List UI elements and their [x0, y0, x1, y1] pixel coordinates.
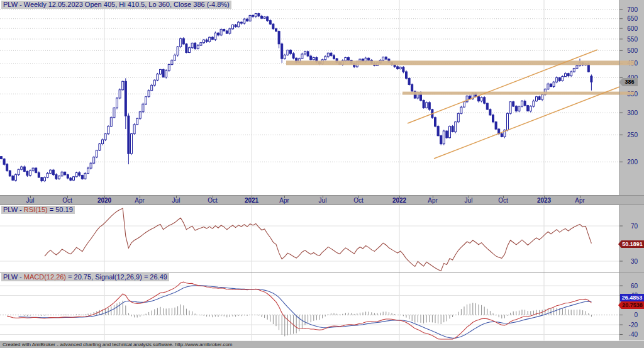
macd-value: 20.7538	[622, 302, 643, 308]
svg-text:600: 600	[627, 25, 638, 32]
macd-plot-bg	[0, 272, 644, 340]
x-axis-label: Apr	[127, 196, 152, 205]
last-price-badge: 386	[619, 78, 638, 86]
svg-text:30: 30	[631, 258, 638, 265]
price-panel-title: PLW - Weekly 12.05.2023 Open 405, Hi 410…	[1, 1, 231, 9]
x-axis-label: Apr	[272, 196, 297, 205]
rsi-title-value: = 50.19	[48, 206, 73, 213]
svg-text:650: 650	[627, 15, 638, 22]
x-axis-label: 2020	[92, 196, 117, 205]
price-title-text: PLW - Weekly 12.05.2023 Open 405, Hi 410…	[3, 1, 230, 8]
rsi-title-symbol: PLW -	[3, 206, 24, 213]
macd-signal-badge: 26.4853	[620, 294, 644, 301]
macd-panel[interactable]: 60400-20-40	[0, 272, 644, 340]
svg-text:-20: -20	[629, 322, 638, 328]
price-panel[interactable]: 700650600550500450400350300250200	[0, 0, 644, 196]
rsi-value-badge: 50.1891	[618, 240, 644, 248]
x-axis-label: 2022	[387, 196, 412, 205]
price-chart-svg[interactable]: 700650600550500450400350300250200	[0, 0, 644, 196]
macd-title-symbol: PLW -	[3, 273, 24, 281]
rsi-badge-value: 50.1891	[622, 241, 643, 247]
x-axis-label: 2021	[239, 196, 264, 205]
x-axis-label: Apr	[567, 196, 592, 205]
price-plot-bg	[0, 0, 644, 196]
svg-text:0: 0	[634, 312, 638, 318]
rsi-chart-svg[interactable]: 7030	[0, 205, 644, 272]
rsi-panel-title: PLW - RSI(15) = 50.19	[1, 206, 75, 214]
macd-panel-title: PLW - MACD(12,26) = 20.75, Signal(12,26,…	[1, 273, 169, 281]
x-axis-label: Oct	[491, 196, 516, 205]
macd-signal-value: 26.4853	[622, 295, 643, 301]
svg-text:250: 250	[627, 132, 638, 138]
time-axis: JulOct2020AprJulOct2021AprJulOct2022AprJ…	[0, 196, 644, 205]
svg-text:700: 700	[627, 6, 638, 13]
svg-text:60: 60	[631, 283, 638, 289]
macd-title-values: = 20.75, Signal(12,26,9) = 26.49	[66, 273, 167, 281]
rsi-panel[interactable]: 7030	[0, 205, 644, 272]
x-axis-label: Apr	[420, 196, 445, 205]
rsi-title-indicator: RSI(15)	[24, 206, 48, 213]
svg-text:200: 200	[627, 159, 638, 166]
rsi-plot-bg	[0, 205, 644, 272]
svg-text:500: 500	[627, 47, 638, 54]
x-axis-label: Oct	[55, 196, 80, 205]
footer-credit: Created with AmiBroker - advanced charti…	[0, 340, 644, 348]
amibroker-chart-window: 700650600550500450400350300250200 PLW - …	[0, 0, 644, 348]
x-axis-label: Oct	[346, 196, 371, 205]
macd-value-badge: 20.7538	[618, 301, 644, 309]
x-axis-label: Oct	[200, 196, 225, 205]
svg-text:-40: -40	[629, 331, 638, 338]
last-price-value: 386	[625, 79, 634, 85]
svg-text:70: 70	[631, 223, 638, 230]
x-axis-label: 2023	[531, 196, 557, 205]
x-axis-label: Jul	[164, 196, 189, 205]
macd-title-indicator: MACD(12,26)	[24, 273, 66, 281]
x-axis-label: Jul	[310, 196, 335, 205]
footer-text: Created with AmiBroker - advanced charti…	[3, 342, 233, 347]
svg-text:550: 550	[627, 36, 638, 43]
x-axis-label: Jul	[456, 196, 481, 205]
macd-chart-svg[interactable]: 60400-20-40	[0, 272, 644, 340]
svg-text:300: 300	[627, 109, 638, 116]
x-axis-label: Jul	[18, 196, 43, 205]
